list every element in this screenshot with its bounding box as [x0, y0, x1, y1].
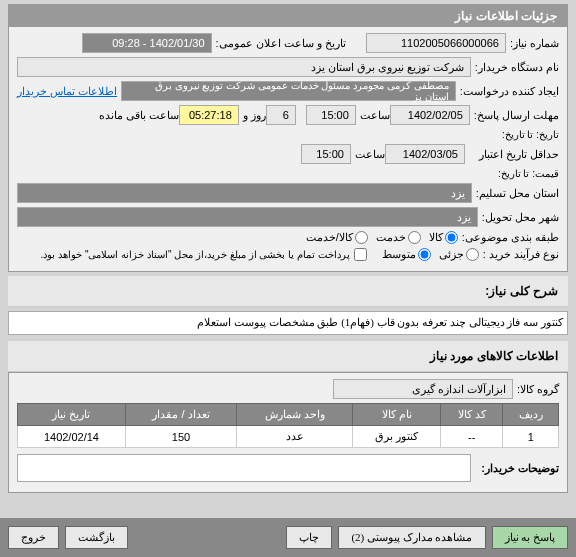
deadline-date-field: 1402/02/05: [390, 105, 470, 125]
group-field: ابزارآلات اندازه گیری: [333, 379, 513, 399]
until-label: تاریخ: تا تاریخ:: [502, 129, 559, 140]
group-label: گروه کالا:: [517, 383, 559, 396]
cell-num: 1: [503, 426, 559, 448]
deadline-label: مهلت ارسال پاسخ:: [474, 109, 559, 122]
min-valid-label: حداقل تاریخ اعتبار: [479, 148, 559, 161]
need-number-field: 1102005066000066: [366, 33, 506, 53]
deadline-time-field: 15:00: [306, 105, 356, 125]
city-field: یزد: [17, 207, 478, 227]
medium-radio[interactable]: [418, 248, 431, 261]
service-radio[interactable]: [408, 231, 421, 244]
creator-label: ایجاد کننده درخواست:: [460, 85, 559, 98]
goods-radio-label: کالا: [429, 231, 443, 244]
cell-qty: 150: [125, 426, 236, 448]
minor-radio-label: جزئی: [439, 248, 464, 261]
th-qty: تعداد / مقدار: [125, 404, 236, 426]
buyer-field: شرکت توزیع نیروی برق استان یزد: [17, 57, 471, 77]
creator-field: مصطفی کرمی مجومرد مسئول خدمات عمومی شرکت…: [121, 81, 456, 101]
exit-button[interactable]: خروج: [8, 526, 59, 549]
goods-radio[interactable]: [445, 231, 458, 244]
cell-code: --: [441, 426, 503, 448]
time-label-1: ساعت: [360, 109, 390, 122]
city-label: شهر محل تحویل:: [482, 211, 559, 224]
category-label: طبقه بندی موضوعی:: [462, 231, 559, 244]
payment-note: پرداخت تمام یا بخشی از مبلغ خرید،از محل …: [41, 249, 350, 260]
purchase-type-label: نوع فرآیند خرید :: [483, 248, 559, 261]
bottom-bar: پاسخ به نیاز مشاهده مدارک پیوستی (2) چاپ…: [0, 518, 576, 557]
back-button[interactable]: بازگشت: [65, 526, 128, 549]
summary-textarea[interactable]: [8, 311, 568, 335]
notes-area[interactable]: [17, 454, 471, 482]
th-row: ردیف: [503, 404, 559, 426]
both-radio-label: کالا/خدمت: [306, 231, 353, 244]
th-code: کد کالا: [441, 404, 503, 426]
attachments-button[interactable]: مشاهده مدارک پیوستی (2): [338, 526, 485, 549]
minor-radio[interactable]: [466, 248, 479, 261]
th-name: نام کالا: [353, 404, 441, 426]
summary-container: [8, 311, 568, 337]
remain-label: ساعت باقی مانده: [99, 109, 179, 122]
remain-time-field: 05:27:18: [179, 105, 239, 125]
th-date: تاریخ نیاز: [18, 404, 126, 426]
min-valid-until-label: قیمت: تا تاریخ:: [498, 168, 559, 179]
time-label-2: ساعت: [355, 148, 385, 161]
need-number-label: شماره نیاز:: [510, 37, 559, 50]
goods-info-title: اطلاعات کالاهای مورد نیاز: [8, 341, 568, 372]
category-radio-group: کالا خدمت کالا/خدمت: [306, 231, 458, 244]
notes-label: توضیحات خریدار:: [481, 462, 559, 475]
min-valid-time-field: 15:00: [301, 144, 351, 164]
min-valid-date-field: 1402/03/05: [385, 144, 465, 164]
cell-date: 1402/02/14: [18, 426, 126, 448]
both-radio[interactable]: [355, 231, 368, 244]
goods-table: ردیف کد کالا نام کالا واحد شمارش تعداد /…: [17, 403, 559, 448]
location-label: استان محل تسلیم:: [476, 187, 559, 200]
service-radio-label: خدمت: [376, 231, 406, 244]
cell-name: کنتور برق: [353, 426, 441, 448]
buyer-label: نام دستگاه خریدار:: [475, 61, 559, 74]
panel-title: جزئیات اطلاعات نیاز: [9, 5, 567, 27]
respond-button[interactable]: پاسخ به نیاز: [492, 526, 569, 549]
summary-section-title: شرح کلی نیاز:: [8, 276, 568, 307]
payment-checkbox[interactable]: [354, 248, 367, 261]
goods-info-body: گروه کالا: ابزارآلات اندازه گیری ردیف کد…: [8, 372, 568, 493]
print-button[interactable]: چاپ: [286, 526, 332, 549]
day-label: روز و: [243, 109, 266, 122]
medium-radio-label: متوسط: [382, 248, 416, 261]
announce-date-label: تاریخ و ساعت اعلان عمومی:: [216, 37, 346, 50]
th-unit: واحد شمارش: [237, 404, 353, 426]
announce-date-field: 1402/01/30 - 09:28: [82, 33, 212, 53]
contact-link[interactable]: اطلاعات تماس خریدار: [17, 85, 117, 98]
table-row[interactable]: 1 -- کنتور برق عدد 150 1402/02/14: [18, 426, 559, 448]
panel-body: شماره نیاز: 1102005066000066 تاریخ و ساع…: [9, 27, 567, 271]
cell-unit: عدد: [237, 426, 353, 448]
location-field: یزد: [17, 183, 472, 203]
days-field: 6: [266, 105, 296, 125]
purchase-type-group: جزئی متوسط: [382, 248, 479, 261]
details-panel: جزئیات اطلاعات نیاز شماره نیاز: 11020050…: [8, 4, 568, 272]
